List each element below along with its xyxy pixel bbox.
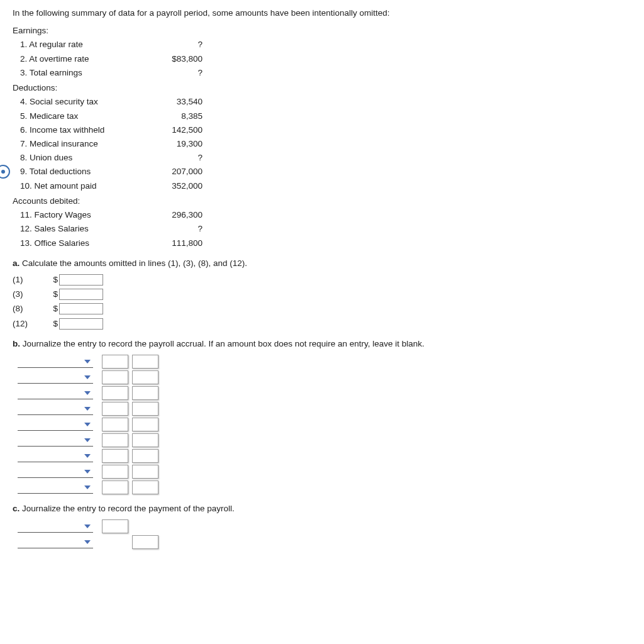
row-value: ? (146, 39, 203, 50)
row-value: ? (146, 152, 203, 164)
intro-text: In the following summary of data for a p… (13, 8, 631, 19)
account-select[interactable] (18, 418, 93, 431)
credit-amount-input[interactable] (132, 355, 158, 369)
row-label: 10. Net amount paid (20, 180, 146, 192)
amount-input[interactable] (59, 303, 103, 314)
account-select[interactable] (18, 387, 93, 399)
data-row: 3. Total earnings? (20, 67, 631, 79)
currency-symbol: $ (50, 289, 59, 300)
row-value: 19,300 (146, 138, 203, 150)
row-value: ? (146, 67, 203, 79)
account-select[interactable] (18, 371, 93, 384)
accounts-heading: Accounts debited: (13, 196, 631, 207)
data-row: 11. Factory Wages296,300 (20, 209, 631, 221)
debit-amount-input[interactable] (102, 519, 128, 533)
debit-amount-input[interactable] (102, 386, 128, 400)
chevron-down-icon (84, 360, 91, 364)
row-label: 1. At regular rate (20, 39, 146, 50)
credit-amount-input[interactable] (132, 370, 158, 384)
answer-tag: (3) (13, 289, 50, 300)
row-value: 33,540 (146, 96, 203, 108)
journal-row (13, 402, 631, 416)
row-label: 5. Medicare tax (20, 111, 146, 122)
step-marker-icon (0, 165, 10, 179)
part-a-prompt: a. Calculate the amounts omitted in line… (13, 258, 631, 269)
account-select[interactable] (18, 481, 93, 494)
amount-input[interactable] (59, 289, 103, 300)
credit-amount-input[interactable] (132, 418, 158, 431)
credit-amount-input[interactable] (132, 386, 158, 400)
part-c-letter: c. (13, 504, 19, 513)
chevron-down-icon (84, 540, 91, 544)
answer-row: (3)$ (13, 289, 631, 300)
debit-amount-input[interactable] (102, 480, 128, 494)
chevron-down-icon (84, 454, 91, 458)
amount-input[interactable] (59, 274, 103, 286)
part-c-prompt: c. Journalize the entry to record the pa… (13, 503, 631, 514)
part-c: c. Journalize the entry to record the pa… (13, 503, 631, 549)
credit-amount-input[interactable] (132, 465, 158, 479)
chevron-down-icon (84, 486, 91, 489)
chevron-down-icon (84, 525, 91, 528)
row-value: 352,000 (146, 180, 203, 192)
debit-amount-input[interactable] (132, 535, 158, 549)
data-row: 10. Net amount paid352,000 (20, 180, 631, 192)
debit-amount-input[interactable] (102, 370, 128, 384)
journal-row (13, 386, 631, 400)
journal-row (13, 433, 631, 447)
credit-amount-input[interactable] (132, 433, 158, 447)
answer-row: (8)$ (13, 303, 631, 314)
journal-row (13, 449, 631, 463)
account-select[interactable] (18, 520, 93, 533)
data-row: 13. Office Salaries111,800 (20, 238, 631, 249)
deductions-heading: Deductions: (13, 82, 631, 94)
part-b-letter: b. (13, 339, 20, 348)
journal-row (13, 465, 631, 479)
debit-amount-input[interactable] (102, 355, 128, 369)
data-row: 2. At overtime rate$83,800 (20, 53, 631, 65)
account-select[interactable] (18, 355, 93, 368)
debit-amount-input[interactable] (102, 449, 128, 463)
data-row: 7. Medical insurance19,300 (20, 138, 631, 150)
part-a-letter: a. (13, 258, 19, 268)
currency-symbol: $ (50, 318, 59, 330)
journal-row (13, 480, 631, 494)
account-select[interactable] (18, 402, 93, 415)
part-b: b. Journalize the entry to record the pa… (13, 338, 631, 494)
account-select[interactable] (18, 465, 93, 478)
row-label: 9. Total deductions (20, 166, 146, 177)
amount-input[interactable] (59, 318, 103, 330)
credit-amount-input[interactable] (132, 449, 158, 463)
debit-amount-input[interactable] (102, 402, 128, 416)
chevron-down-icon (84, 423, 91, 426)
row-label: 11. Factory Wages (20, 209, 146, 221)
row-label: 4. Social security tax (20, 96, 146, 108)
row-label: 8. Union dues (20, 152, 146, 164)
part-b-prompt: b. Journalize the entry to record the pa… (13, 338, 631, 350)
row-value: $83,800 (146, 53, 203, 65)
journal-row (13, 519, 631, 533)
row-value: ? (146, 223, 203, 235)
row-value: 8,385 (146, 111, 203, 122)
journal-row (13, 418, 631, 431)
account-select[interactable] (18, 536, 93, 548)
data-row: 4. Social security tax33,540 (20, 96, 631, 108)
account-select[interactable] (18, 450, 93, 462)
chevron-down-icon (84, 407, 91, 411)
debit-amount-input[interactable] (102, 465, 128, 479)
row-value: 207,000 (146, 166, 203, 177)
journal-row (13, 355, 631, 369)
answer-row: (1)$ (13, 274, 631, 286)
debit-amount-input[interactable] (102, 433, 128, 447)
row-label: 6. Income tax withheld (20, 125, 146, 136)
data-row: 12. Sales Salaries? (20, 223, 631, 235)
credit-amount-input[interactable] (132, 402, 158, 416)
account-select[interactable] (18, 434, 93, 447)
part-c-text: Journalize the entry to record the payme… (19, 504, 234, 513)
credit-amount-input[interactable] (132, 480, 158, 494)
row-value: 296,300 (146, 209, 203, 221)
answer-tag: (1) (13, 274, 50, 286)
row-label: 13. Office Salaries (20, 238, 146, 249)
debit-amount-input[interactable] (102, 418, 128, 431)
answer-tag: (12) (13, 318, 50, 330)
